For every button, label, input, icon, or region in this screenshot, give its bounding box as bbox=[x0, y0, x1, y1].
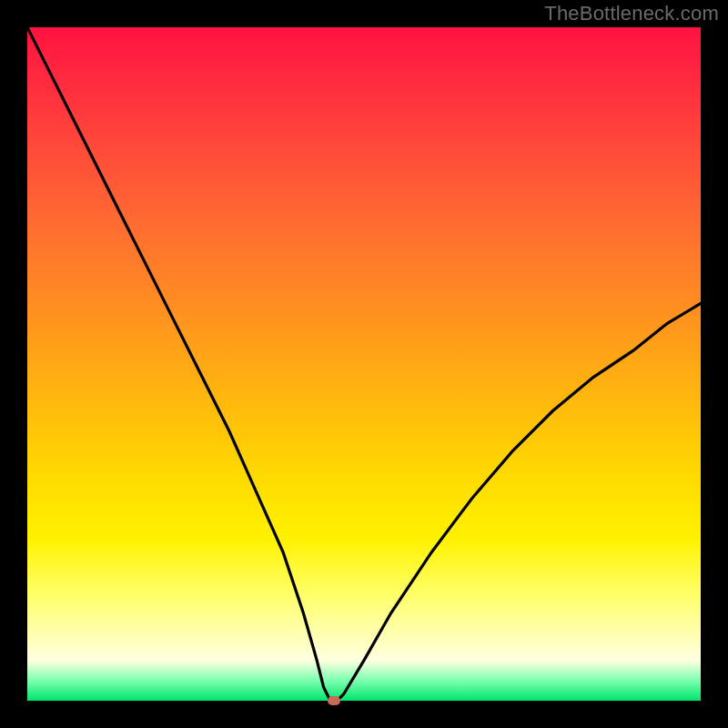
chart-frame: TheBottleneck.com bbox=[0, 0, 728, 728]
watermark-text: TheBottleneck.com bbox=[544, 2, 719, 25]
bottleneck-curve-path bbox=[27, 27, 701, 701]
minimum-marker bbox=[328, 696, 340, 705]
curve-svg bbox=[27, 27, 701, 701]
plot-area bbox=[27, 27, 701, 701]
